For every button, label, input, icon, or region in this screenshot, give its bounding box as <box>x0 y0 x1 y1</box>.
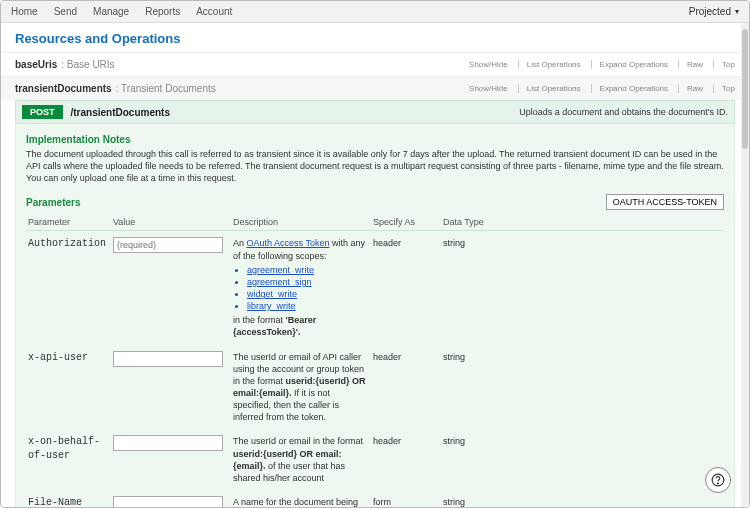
scrollbar-thumb[interactable] <box>742 29 748 149</box>
nav-send[interactable]: Send <box>54 6 77 17</box>
behalf-datatype: string <box>441 429 724 490</box>
scope-library-write[interactable]: library_write <box>247 301 296 311</box>
link-expandops-2[interactable]: Expand Operations <box>591 84 669 93</box>
link-listops-2[interactable]: List Operations <box>518 84 581 93</box>
link-showhide-2[interactable]: Show/Hide <box>469 84 508 93</box>
behalf-specify: header <box>371 429 441 490</box>
link-expandops[interactable]: Expand Operations <box>591 60 669 69</box>
parameters-title: Parameters <box>26 197 80 208</box>
method-row[interactable]: POST /transientDocuments Uploads a docum… <box>15 100 735 124</box>
xapi-specify: header <box>371 345 441 430</box>
section-baseuris-desc: : Base URIs <box>61 59 114 70</box>
auth-specify: header <box>371 231 441 345</box>
fname-specify: form <box>371 490 441 508</box>
param-filename-name: File-Name <box>26 490 111 508</box>
param-filename-input[interactable] <box>113 496 223 508</box>
implementation-notes-text: The document uploaded through this call … <box>26 148 724 184</box>
section-td-desc: : Transient Documents <box>116 83 216 94</box>
col-specify: Specify As <box>371 214 441 231</box>
param-behalf-input[interactable] <box>113 435 223 451</box>
table-row: Authorization An OAuth Access Token with… <box>26 231 724 345</box>
table-row: File-Name A name for the document being … <box>26 490 724 508</box>
oauth-access-token-button[interactable]: OAUTH ACCESS-TOKEN <box>606 194 724 210</box>
section-baseuris-key[interactable]: baseUris <box>15 59 57 70</box>
help-icon[interactable] <box>705 467 731 493</box>
implementation-notes-title: Implementation Notes <box>26 134 724 145</box>
method-path: /transientDocuments <box>71 107 170 118</box>
svg-point-1 <box>718 483 719 484</box>
auth-format-1: in the format <box>233 315 286 325</box>
nav-account[interactable]: Account <box>196 6 232 17</box>
param-xapiuser-input[interactable] <box>113 351 223 367</box>
link-top[interactable]: Top <box>713 60 735 69</box>
param-authorization-name: Authorization <box>26 231 111 345</box>
param-authorization-input[interactable] <box>113 237 223 253</box>
projected-label: Projected <box>689 6 731 17</box>
method-badge: POST <box>22 105 63 119</box>
fname-datatype: string <box>441 490 724 508</box>
table-row: x-api-user The userId or email of API ca… <box>26 345 724 430</box>
link-raw[interactable]: Raw <box>678 60 703 69</box>
nav-manage[interactable]: Manage <box>93 6 129 17</box>
method-summary: Uploads a document and obtains the docum… <box>519 107 728 117</box>
col-parameter: Parameter <box>26 214 111 231</box>
col-datatype: Data Type <box>441 214 724 231</box>
auth-datatype: string <box>441 231 724 345</box>
scope-widget-write[interactable]: widget_write <box>247 289 297 299</box>
link-listops[interactable]: List Operations <box>518 60 581 69</box>
auth-desc-prefix: An <box>233 238 247 248</box>
xapi-datatype: string <box>441 345 724 430</box>
col-value: Value <box>111 214 231 231</box>
param-behalf-name: x-on-behalf-of-user <box>26 429 111 490</box>
chevron-down-icon: ▾ <box>735 7 739 16</box>
table-row: x-on-behalf-of-user The userId or email … <box>26 429 724 490</box>
section-td-key[interactable]: transientDocuments <box>15 83 112 94</box>
fname-desc: A name for the document being uploaded. … <box>231 490 371 508</box>
link-raw-2[interactable]: Raw <box>678 84 703 93</box>
nav-home[interactable]: Home <box>11 6 38 17</box>
oauth-token-link[interactable]: OAuth Access Token <box>247 238 330 248</box>
scope-agreement-write[interactable]: agreement_write <box>247 265 314 275</box>
page-title: Resources and Operations <box>15 31 735 46</box>
link-showhide[interactable]: Show/Hide <box>469 60 508 69</box>
projected-dropdown[interactable]: Projected ▾ <box>689 6 739 17</box>
vertical-scrollbar[interactable] <box>741 23 749 507</box>
link-top-2[interactable]: Top <box>713 84 735 93</box>
nav-reports[interactable]: Reports <box>145 6 180 17</box>
param-xapiuser-name: x-api-user <box>26 345 111 430</box>
scope-agreement-sign[interactable]: agreement_sign <box>247 277 312 287</box>
behalf-d1: The userId or email in the format <box>233 436 363 446</box>
col-description: Description <box>231 214 371 231</box>
